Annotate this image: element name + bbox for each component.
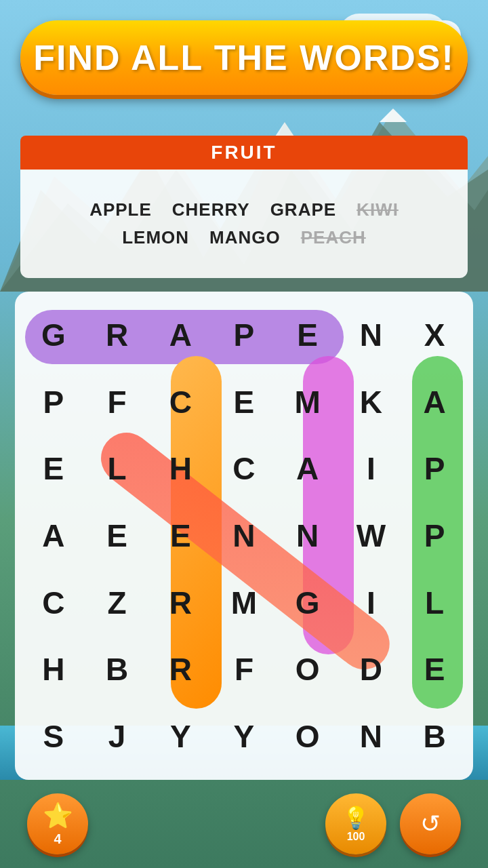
- letter-grid: G R A P E N X P F C E M K A E L H C A I …: [22, 302, 466, 770]
- cell-6-6[interactable]: B: [407, 709, 462, 764]
- cell-1-1[interactable]: F: [90, 375, 144, 429]
- cell-5-3[interactable]: F: [217, 642, 271, 696]
- cell-3-4[interactable]: N: [281, 509, 335, 563]
- cell-3-0[interactable]: A: [26, 509, 81, 563]
- grid-row-1: G R A P E N X: [22, 302, 466, 369]
- cell-4-6[interactable]: L: [407, 576, 462, 630]
- category-label: FRUIT: [211, 142, 277, 163]
- refresh-icon: ↺: [420, 810, 441, 838]
- hint-cost: 100: [347, 831, 365, 843]
- grid-row-3: E L H C A I P: [22, 435, 466, 502]
- cell-2-0[interactable]: E: [26, 441, 81, 496]
- grid-row-7: S J Y Y O N B: [22, 703, 466, 770]
- words-panel: APPLE CHERRY GRAPE KIWI LEMON MANGO PEAC…: [20, 170, 468, 278]
- cell-6-3[interactable]: Y: [217, 709, 271, 764]
- cell-5-1[interactable]: B: [90, 642, 144, 696]
- hint-button[interactable]: 💡 100: [325, 793, 386, 854]
- cell-3-1[interactable]: E: [90, 509, 144, 563]
- cell-4-0[interactable]: C: [26, 576, 81, 630]
- grid-row-6: H B R F O D E: [22, 636, 466, 703]
- cell-1-4[interactable]: M: [281, 375, 335, 429]
- cell-3-3[interactable]: N: [217, 509, 271, 563]
- cell-0-5[interactable]: N: [344, 308, 398, 362]
- cell-4-4[interactable]: G: [281, 576, 335, 630]
- grid-container: G R A P E N X P F C E M K A E L H C A I …: [15, 292, 473, 780]
- words-row-1: APPLE CHERRY GRAPE KIWI: [89, 199, 399, 220]
- grid-row-5: C Z R M G I L: [22, 569, 466, 636]
- grid-row-2: P F C E M K A: [22, 369, 466, 436]
- cell-3-5[interactable]: W: [344, 509, 398, 563]
- cell-3-2[interactable]: E: [153, 509, 207, 563]
- cell-5-0[interactable]: H: [26, 642, 81, 696]
- cell-6-0[interactable]: S: [26, 709, 81, 764]
- cell-3-6[interactable]: P: [407, 509, 462, 563]
- title-text: FIND ALL THE WORDS!: [33, 37, 455, 78]
- cell-5-2[interactable]: R: [153, 642, 207, 696]
- cell-1-0[interactable]: P: [26, 375, 81, 429]
- cell-2-2[interactable]: H: [153, 441, 207, 496]
- word-apple: APPLE: [89, 199, 152, 220]
- cell-4-3[interactable]: M: [217, 576, 271, 630]
- stars-count: 4: [54, 831, 61, 847]
- cell-2-6[interactable]: P: [407, 441, 462, 496]
- cell-4-2[interactable]: R: [153, 576, 207, 630]
- cell-2-1[interactable]: L: [90, 441, 144, 496]
- word-lemon: LEMON: [122, 227, 189, 248]
- stars-button[interactable]: ⭐ 4: [27, 793, 88, 854]
- cell-6-5[interactable]: N: [344, 709, 398, 764]
- lightbulb-icon: 💡: [342, 805, 369, 831]
- cell-4-5[interactable]: I: [344, 576, 398, 630]
- category-bar: FRUIT: [20, 136, 468, 170]
- words-row-2: LEMON MANGO PEACH: [122, 227, 366, 248]
- cell-1-3[interactable]: E: [217, 375, 271, 429]
- cell-5-5[interactable]: D: [344, 642, 398, 696]
- word-peach: PEACH: [301, 227, 366, 248]
- cell-5-6[interactable]: E: [407, 642, 462, 696]
- cell-2-3[interactable]: C: [217, 441, 271, 496]
- refresh-button[interactable]: ↺: [400, 793, 461, 854]
- word-cherry: CHERRY: [172, 199, 250, 220]
- cell-4-1[interactable]: Z: [90, 576, 144, 630]
- cell-0-4[interactable]: E: [281, 308, 335, 362]
- cell-6-1[interactable]: J: [90, 709, 144, 764]
- bottom-right-buttons: 💡 100 ↺: [325, 793, 461, 854]
- cell-2-5[interactable]: I: [344, 441, 398, 496]
- cell-6-2[interactable]: Y: [153, 709, 207, 764]
- word-grape: GRAPE: [270, 199, 336, 220]
- cell-6-4[interactable]: O: [281, 709, 335, 764]
- cell-0-3[interactable]: P: [217, 308, 271, 362]
- cell-0-6[interactable]: X: [407, 308, 462, 362]
- cell-1-2[interactable]: C: [153, 375, 207, 429]
- star-icon: ⭐: [43, 802, 73, 830]
- cell-0-2[interactable]: A: [153, 308, 207, 362]
- bottom-bar: ⭐ 4 💡 100 ↺: [0, 780, 488, 868]
- cell-2-4[interactable]: A: [281, 441, 335, 496]
- grid-row-4: A E E N N W P: [22, 502, 466, 570]
- cell-1-5[interactable]: K: [344, 375, 398, 429]
- cell-1-6[interactable]: A: [407, 375, 462, 429]
- cell-0-1[interactable]: R: [90, 308, 144, 362]
- word-kiwi: KIWI: [357, 199, 399, 220]
- cell-5-4[interactable]: O: [281, 642, 335, 696]
- title-button: FIND ALL THE WORDS!: [20, 20, 468, 95]
- svg-marker-4: [380, 108, 407, 122]
- cell-0-0[interactable]: G: [26, 308, 81, 362]
- word-mango: MANGO: [209, 227, 281, 248]
